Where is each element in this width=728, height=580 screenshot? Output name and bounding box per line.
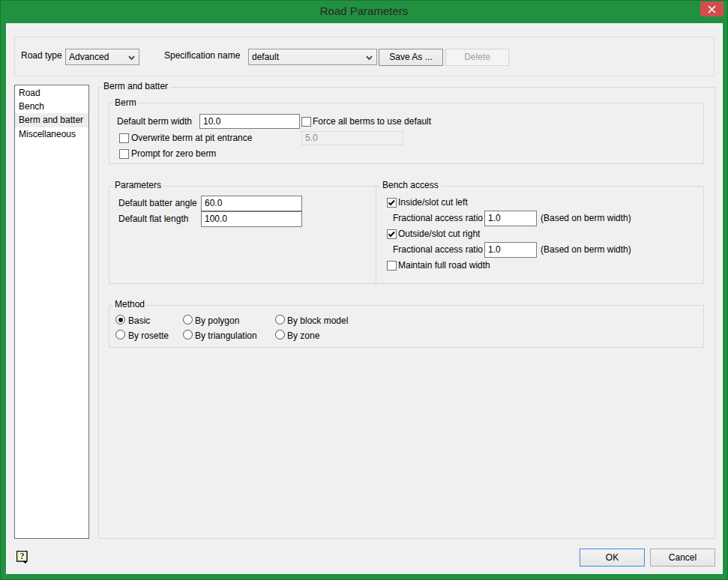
svg-text:?: ?	[19, 551, 24, 561]
